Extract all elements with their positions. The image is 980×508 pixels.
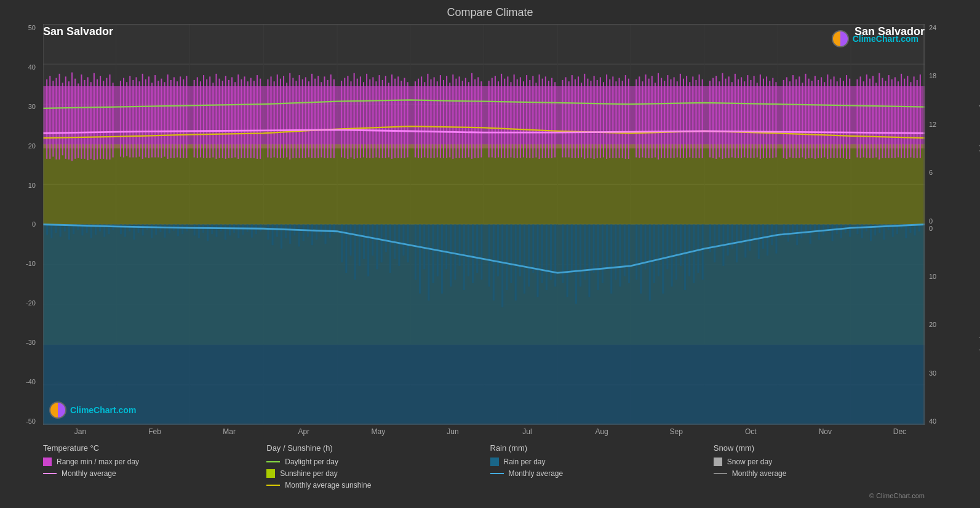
svg-rect-360 bbox=[367, 225, 369, 276]
svg-rect-75 bbox=[206, 79, 207, 158]
svg-rect-176 bbox=[542, 79, 543, 158]
svg-rect-320 bbox=[181, 225, 183, 235]
legend-temp-range-label: Range min / max per day bbox=[57, 458, 139, 466]
svg-rect-381 bbox=[463, 225, 465, 291]
svg-rect-74 bbox=[203, 75, 204, 158]
legend-temp-avg-line bbox=[43, 473, 57, 474]
svg-rect-355 bbox=[345, 225, 347, 273]
svg-rect-159 bbox=[488, 81, 490, 158]
svg-rect-323 bbox=[198, 225, 200, 238]
svg-rect-82 bbox=[228, 80, 229, 158]
legend-sunshine-avg: Monthly average sunshine bbox=[266, 481, 490, 490]
svg-rect-354 bbox=[341, 225, 343, 263]
svg-rect-85 bbox=[237, 75, 239, 159]
logo-icon-left bbox=[49, 401, 66, 419]
svg-rect-405 bbox=[575, 225, 577, 304]
svg-rect-153 bbox=[465, 78, 466, 158]
x-month-apr: Apr bbox=[266, 427, 341, 436]
svg-rect-99 bbox=[286, 83, 287, 157]
svg-rect-258 bbox=[818, 80, 819, 158]
svg-rect-142 bbox=[430, 79, 431, 158]
svg-rect-173 bbox=[532, 76, 533, 158]
svg-rect-342 bbox=[285, 225, 287, 238]
svg-rect-259 bbox=[821, 77, 822, 158]
svg-rect-415 bbox=[619, 225, 621, 287]
svg-rect-111 bbox=[324, 76, 325, 158]
svg-rect-166 bbox=[510, 82, 511, 157]
svg-rect-160 bbox=[492, 78, 493, 158]
svg-rect-171 bbox=[526, 75, 527, 158]
svg-rect-164 bbox=[504, 79, 505, 158]
svg-rect-140 bbox=[424, 82, 425, 157]
x-month-jan: Jan bbox=[43, 427, 118, 436]
svg-rect-198 bbox=[615, 81, 616, 158]
svg-rect-432 bbox=[697, 225, 699, 273]
svg-rect-48 bbox=[113, 83, 114, 157]
svg-rect-456 bbox=[810, 225, 811, 244]
svg-rect-369 bbox=[407, 225, 409, 263]
legend-temp-avg-label: Monthly average bbox=[62, 469, 116, 478]
svg-rect-192 bbox=[597, 80, 598, 158]
svg-rect-184 bbox=[572, 75, 573, 158]
svg-rect-233 bbox=[735, 74, 736, 158]
legend-snow-avg-line bbox=[714, 473, 727, 474]
svg-rect-196 bbox=[609, 79, 610, 158]
legend-rain-title: Rain (mm) bbox=[490, 443, 714, 453]
svg-rect-30 bbox=[55, 78, 57, 159]
svg-rect-386 bbox=[488, 225, 490, 287]
chart-svg: // This won't execute in SVG context, us… bbox=[43, 24, 925, 425]
svg-rect-155 bbox=[471, 73, 472, 159]
svg-rect-132 bbox=[394, 79, 396, 158]
legend-snow-avg-label: Monthly average bbox=[732, 469, 787, 478]
svg-rect-40 bbox=[87, 77, 89, 160]
svg-rect-193 bbox=[600, 77, 601, 158]
logo-text-right: ClimeChart.com bbox=[853, 34, 918, 44]
svg-rect-446 bbox=[762, 225, 764, 249]
svg-rect-210 bbox=[658, 73, 659, 159]
svg-rect-134 bbox=[400, 81, 402, 158]
svg-rect-288 bbox=[917, 80, 918, 158]
svg-rect-131 bbox=[391, 75, 392, 159]
svg-rect-412 bbox=[606, 225, 608, 270]
svg-rect-200 bbox=[622, 81, 623, 158]
svg-rect-28 bbox=[49, 76, 50, 159]
svg-rect-115 bbox=[341, 81, 342, 158]
svg-rect-32 bbox=[62, 83, 63, 155]
x-axis: Jan Feb Mar Apr May Jun Jul Aug Sep Oct … bbox=[0, 425, 980, 436]
svg-rect-421 bbox=[649, 225, 651, 300]
logo-text-left: ClimeChart.com bbox=[70, 405, 136, 415]
svg-rect-308 bbox=[129, 225, 130, 232]
svg-rect-242 bbox=[763, 79, 764, 158]
svg-rect-269 bbox=[856, 79, 858, 158]
svg-rect-178 bbox=[548, 81, 549, 158]
svg-rect-431 bbox=[693, 225, 695, 283]
svg-rect-276 bbox=[878, 73, 880, 159]
svg-rect-254 bbox=[805, 74, 807, 159]
svg-rect-445 bbox=[758, 225, 760, 259]
svg-rect-335 bbox=[251, 225, 253, 238]
svg-rect-88 bbox=[247, 81, 249, 158]
svg-rect-427 bbox=[675, 225, 677, 280]
svg-rect-206 bbox=[645, 75, 647, 158]
svg-rect-36 bbox=[74, 79, 76, 159]
svg-rect-346 bbox=[303, 225, 305, 241]
svg-rect-126 bbox=[375, 81, 376, 157]
svg-rect-108 bbox=[314, 79, 316, 158]
svg-rect-121 bbox=[360, 76, 361, 158]
svg-rect-249 bbox=[789, 81, 791, 157]
svg-rect-42 bbox=[94, 73, 95, 160]
svg-rect-240 bbox=[757, 83, 758, 157]
svg-rect-237 bbox=[747, 75, 748, 158]
svg-rect-225 bbox=[709, 81, 711, 158]
svg-rect-435 bbox=[714, 225, 715, 263]
svg-rect-281 bbox=[894, 77, 896, 158]
svg-rect-413 bbox=[610, 225, 612, 294]
svg-rect-286 bbox=[910, 82, 911, 157]
legend-rain-avg-label: Monthly average bbox=[509, 469, 564, 478]
legend-temperature: Temperature °C Range min / max per day M… bbox=[43, 443, 266, 490]
svg-rect-194 bbox=[603, 82, 604, 157]
svg-rect-367 bbox=[398, 225, 400, 266]
chart-main: San Salvador San Salvador ClimeChart.com… bbox=[43, 24, 925, 425]
svg-rect-221 bbox=[692, 76, 693, 158]
svg-rect-243 bbox=[766, 76, 767, 158]
